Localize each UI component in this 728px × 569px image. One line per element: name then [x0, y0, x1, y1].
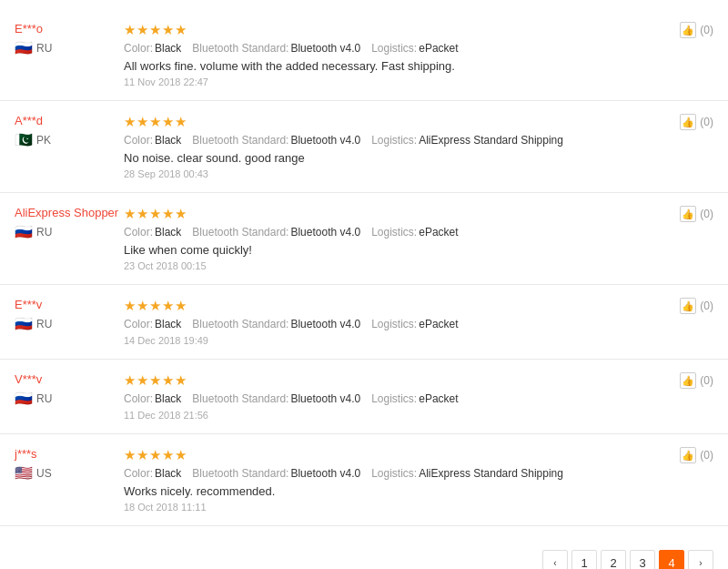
thumbs-up-icon: 👍	[680, 206, 696, 222]
review-attrs: Color: Black Bluetooth Standard: Bluetoo…	[124, 467, 659, 480]
star-icon: ★	[149, 372, 161, 389]
star-icon: ★	[175, 22, 187, 38]
logistics-label: Logistics:	[371, 134, 417, 147]
country-flag: 🇷🇺	[15, 223, 33, 240]
helpful-button[interactable]: 👍 (0)	[680, 22, 713, 38]
helpful-count: (0)	[700, 24, 713, 36]
color-value: Black	[155, 226, 181, 239]
color-value: Black	[155, 42, 181, 55]
color-label: Color:	[124, 42, 153, 55]
review-date: 18 Oct 2018 11:11	[124, 502, 659, 513]
logistics-value: AliExpress Standard Shipping	[419, 134, 563, 147]
review-attrs: Color: Black Bluetooth Standard: Bluetoo…	[124, 42, 659, 55]
star-icon: ★	[162, 298, 174, 314]
star-icon: ★	[136, 298, 148, 314]
helpful-count: (0)	[700, 116, 713, 128]
star-icon: ★	[162, 372, 174, 389]
review-text: Works nicely. recommended.	[124, 484, 659, 498]
helpful-button[interactable]: 👍 (0)	[680, 206, 713, 222]
review-date: 11 Dec 2018 21:56	[124, 410, 659, 421]
bluetooth-value: Bluetooth v4.0	[290, 226, 360, 239]
review-attrs: Color: Black Bluetooth Standard: Bluetoo…	[124, 392, 659, 405]
star-icon: ★	[136, 206, 148, 222]
reviewer-country: 🇷🇺 RU	[15, 39, 124, 56]
logistics-label: Logistics:	[371, 318, 417, 330]
star-icon: ★	[136, 22, 148, 38]
star-rating: ★★★★★	[124, 372, 659, 389]
review-content: ★★★★★ Color: Black Bluetooth Standard: B…	[124, 206, 713, 271]
helpful-button[interactable]: 👍 (0)	[680, 114, 713, 130]
reviewer-name: AliExpress Shopper	[15, 206, 124, 219]
reviewer-info: j***s 🇺🇸 US	[15, 447, 124, 513]
pagination-page-4[interactable]: 4	[659, 550, 684, 569]
star-icon: ★	[175, 206, 187, 222]
review-content: ★★★★★ Color: Black Bluetooth Standard: B…	[124, 114, 713, 179]
logistics-value: AliExpress Standard Shipping	[419, 467, 563, 480]
thumbs-up-icon: 👍	[680, 298, 696, 314]
bluetooth-value: Bluetooth v4.0	[290, 42, 360, 55]
country-flag: 🇵🇰	[15, 131, 33, 148]
star-icon: ★	[149, 206, 161, 222]
pagination-page-1[interactable]: 1	[571, 550, 597, 569]
bluetooth-label: Bluetooth Standard:	[192, 42, 288, 55]
logistics-label: Logistics:	[371, 467, 417, 480]
review-content: ★★★★★ Color: Black Bluetooth Standard: B…	[124, 372, 713, 421]
bluetooth-value: Bluetooth v4.0	[290, 467, 360, 480]
country-code: PK	[36, 134, 51, 147]
review-text: Like when come quickly!	[124, 243, 659, 257]
country-code: RU	[36, 42, 52, 55]
color-value: Black	[155, 318, 181, 330]
helpful-button[interactable]: 👍 (0)	[680, 447, 713, 463]
star-icon: ★	[124, 114, 136, 130]
country-flag: 🇺🇸	[15, 464, 33, 482]
pagination-prev[interactable]: ‹	[542, 550, 568, 569]
pagination-page-3[interactable]: 3	[630, 550, 655, 569]
bluetooth-label: Bluetooth Standard:	[192, 134, 288, 147]
review-text: No noise. clear sound. good range	[124, 151, 659, 165]
star-icon: ★	[162, 206, 174, 222]
reviewer-country: 🇺🇸 US	[15, 464, 124, 482]
logistics-label: Logistics:	[371, 42, 417, 55]
country-flag: 🇷🇺	[15, 39, 33, 56]
color-value: Black	[155, 392, 181, 405]
reviewer-name: A***d	[15, 114, 124, 127]
review-date: 23 Oct 2018 00:15	[124, 260, 659, 271]
color-label: Color:	[124, 467, 153, 480]
reviewer-name: j***s	[15, 447, 124, 461]
star-rating: ★★★★★	[124, 447, 659, 463]
review-date: 28 Sep 2018 00:43	[124, 168, 659, 179]
review-date: 11 Nov 2018 22:47	[124, 76, 659, 87]
star-icon: ★	[175, 298, 187, 314]
country-code: US	[36, 467, 52, 480]
reviewer-info: E***v 🇷🇺 RU	[15, 298, 124, 346]
country-flag: 🇷🇺	[15, 315, 33, 332]
star-icon: ★	[162, 114, 174, 130]
country-code: RU	[36, 226, 52, 239]
star-icon: ★	[124, 372, 136, 389]
logistics-value: ePacket	[419, 42, 458, 55]
bluetooth-label: Bluetooth Standard:	[192, 467, 288, 480]
logistics-value: ePacket	[419, 226, 458, 239]
star-icon: ★	[162, 22, 174, 38]
helpful-button[interactable]: 👍 (0)	[680, 372, 713, 389]
helpful-button[interactable]: 👍 (0)	[680, 298, 713, 314]
star-icon: ★	[124, 447, 136, 463]
pagination-page-2[interactable]: 2	[601, 550, 626, 569]
helpful-count: (0)	[700, 449, 713, 462]
review-item: AliExpress Shopper 🇷🇺 RU ★★★★★ Color: Bl…	[0, 193, 728, 285]
reviewer-country: 🇷🇺 RU	[15, 390, 124, 407]
bluetooth-value: Bluetooth v4.0	[290, 318, 360, 330]
thumbs-up-icon: 👍	[680, 22, 696, 38]
bluetooth-label: Bluetooth Standard:	[192, 392, 288, 405]
review-content: ★★★★★ Color: Black Bluetooth Standard: B…	[124, 447, 713, 513]
country-code: RU	[36, 318, 52, 330]
logistics-label: Logistics:	[371, 226, 417, 239]
star-icon: ★	[124, 22, 136, 38]
country-flag: 🇷🇺	[15, 390, 33, 407]
star-icon: ★	[136, 447, 148, 463]
star-icon: ★	[162, 447, 174, 463]
color-value: Black	[155, 467, 181, 480]
star-icon: ★	[136, 114, 148, 130]
pagination-next[interactable]: ›	[688, 550, 713, 569]
color-label: Color:	[124, 134, 153, 147]
